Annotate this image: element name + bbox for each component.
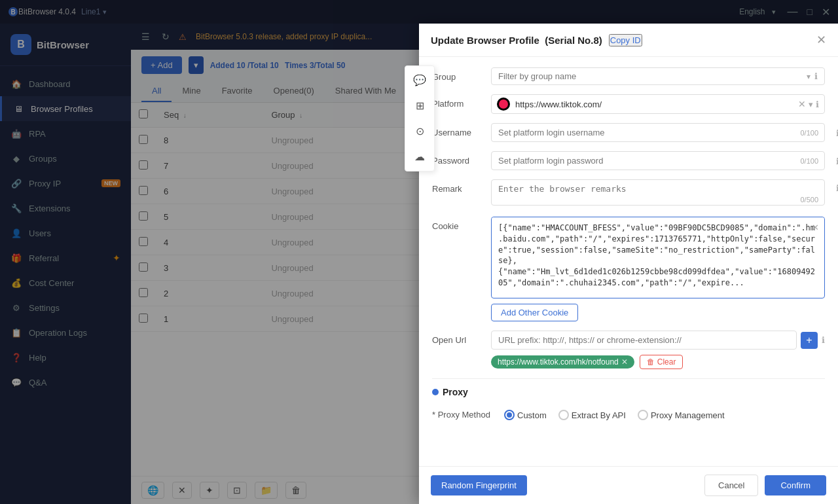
modal-header: Update Browser Profile (Serial No.8) Cop…	[419, 24, 838, 57]
proxy-mgmt-label: Proxy Management	[651, 410, 725, 420]
password-row: Password 0/100 ℹ	[432, 151, 825, 170]
clear-url-button[interactable]: 🗑 Clear	[640, 355, 683, 369]
url-tags: https://www.tiktok.com/hk/notfound ✕ 🗑 C…	[491, 355, 825, 369]
confirm-button[interactable]: Confirm	[765, 475, 826, 495]
cookie-textarea[interactable]	[492, 217, 824, 296]
platform-input-wrap: ✕ ▾ ℹ	[491, 94, 825, 114]
side-panel-fingerprint-btn[interactable]: ☁	[407, 145, 433, 168]
password-input[interactable]	[491, 151, 825, 170]
cookie-textarea-wrap: ✕	[491, 217, 825, 298]
random-fingerprint-button[interactable]: Random Fingerprint	[431, 475, 527, 495]
update-profile-modal: Update Browser Profile (Serial No.8) Cop…	[419, 24, 838, 504]
proxy-indicator	[432, 389, 439, 395]
url-tag-close-button[interactable]: ✕	[621, 357, 628, 367]
username-counter: 0/100	[800, 129, 818, 137]
copy-id-button[interactable]: Copy ID	[609, 34, 642, 46]
open-url-label: Open Url	[432, 331, 491, 345]
proxy-method-row: * Proxy Method Custom Extract By API Pro…	[432, 405, 825, 420]
proxy-method-custom[interactable]: Custom	[504, 410, 547, 420]
proxy-method-extract-api[interactable]: Extract By API	[558, 410, 626, 420]
side-panel-chat-btn[interactable]: 💬	[407, 69, 433, 92]
group-dropdown-icon[interactable]: ▾	[807, 72, 811, 81]
side-panel-layers-btn[interactable]: ⊞	[407, 94, 433, 117]
username-input[interactable]	[491, 123, 825, 142]
username-row: Username 0/100 ℹ	[432, 123, 825, 142]
side-panel-toggle-btn[interactable]: ⊙	[407, 120, 433, 143]
platform-control: ✕ ▾ ℹ	[491, 94, 825, 114]
add-other-cookie-button[interactable]: Add Other Cookie	[491, 304, 578, 321]
open-url-control: + ℹ https://www.tiktok.com/hk/notfound ✕…	[491, 331, 825, 369]
group-row: Group ▾ ℹ	[432, 67, 825, 85]
proxy-method-management[interactable]: Proxy Management	[638, 410, 725, 420]
cookie-clear-button[interactable]: ✕	[812, 223, 819, 232]
platform-row: Platform ✕ ▾ ℹ	[432, 94, 825, 114]
remark-counter: 0/500	[800, 196, 818, 204]
modal-body: Group ▾ ℹ Platform ✕ ▾	[419, 57, 838, 466]
platform-url-input[interactable]	[515, 99, 798, 109]
url-info-icon[interactable]: ℹ	[822, 335, 825, 345]
username-control: 0/100 ℹ	[491, 123, 825, 142]
proxy-section: Proxy * Proxy Method Custom Extract By A…	[432, 387, 825, 420]
clear-icon: 🗑	[647, 357, 655, 367]
side-panel: 💬 ⊞ ⊙ ☁	[405, 65, 435, 171]
platform-clear-button[interactable]: ✕	[798, 99, 806, 109]
cookie-row: Cookie ✕ Paste Backup Add Other Cookie	[432, 217, 825, 321]
remark-textarea[interactable]	[491, 179, 825, 206]
open-url-input-wrap: + ℹ	[491, 331, 825, 350]
group-input[interactable]	[498, 71, 807, 81]
cancel-button[interactable]: Cancel	[704, 475, 758, 496]
clear-label: Clear	[657, 357, 676, 367]
password-control: 0/100 ℹ	[491, 151, 825, 170]
remark-row: Remark 0/500 ℹ	[432, 179, 825, 207]
username-label: Username	[432, 123, 491, 137]
modal-close-button[interactable]: ✕	[816, 33, 826, 47]
proxy-method-radio-group: Custom Extract By API Proxy Management	[504, 405, 725, 420]
platform-info-icon[interactable]: ℹ	[816, 99, 819, 109]
remark-label: Remark	[432, 179, 491, 194]
password-counter: 0/100	[800, 157, 818, 165]
modal-title: Update Browser Profile (Serial No.8)	[431, 35, 602, 46]
platform-arrow-icon[interactable]: ▾	[809, 99, 813, 109]
extract-api-label: Extract By API	[572, 410, 626, 420]
url-tag-item: https://www.tiktok.com/hk/notfound ✕	[491, 355, 634, 369]
open-url-row: Open Url + ℹ https://www.tiktok.com/hk/n…	[432, 331, 825, 369]
url-add-button[interactable]: +	[801, 332, 818, 349]
open-url-input[interactable]	[491, 331, 797, 350]
extract-api-radio-circle	[558, 410, 569, 420]
cookie-control: ✕ Paste Backup Add Other Cookie	[491, 217, 825, 321]
section-divider	[432, 378, 825, 379]
password-label: Password	[432, 151, 491, 166]
modal-footer: Random Fingerprint Cancel Confirm	[419, 466, 838, 504]
custom-radio-circle	[504, 410, 515, 420]
proxy-method-label: * Proxy Method	[432, 405, 504, 420]
proxy-section-title: Proxy	[432, 387, 825, 397]
url-tag-value: https://www.tiktok.com/hk/notfound	[498, 357, 619, 367]
tiktok-logo	[497, 98, 510, 111]
proxy-mgmt-radio-circle	[638, 410, 648, 420]
custom-label: Custom	[517, 410, 547, 420]
group-control: ▾ ℹ	[491, 67, 825, 85]
platform-label: Platform	[432, 94, 491, 109]
group-label: Group	[432, 67, 491, 82]
remark-control: 0/500 ℹ	[491, 179, 825, 207]
group-info-icon[interactable]: ℹ	[814, 71, 818, 81]
cookie-label: Cookie	[432, 217, 491, 231]
remark-wrap: 0/500 ℹ	[491, 179, 825, 207]
